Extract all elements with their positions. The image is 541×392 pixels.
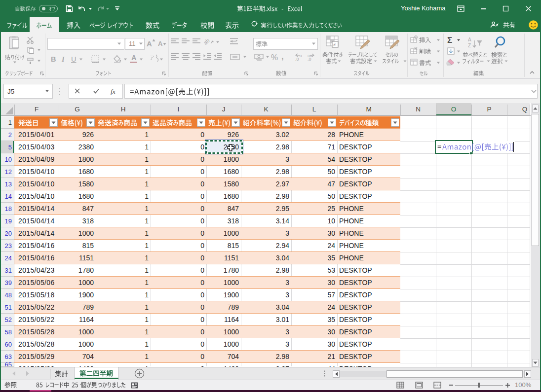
svg-text:ab: ab: [204, 37, 211, 45]
svg-text:.0: .0: [308, 57, 311, 61]
svg-text:0: 0: [300, 54, 302, 58]
svg-text:≠: ≠: [333, 42, 336, 47]
svg-text:Z: Z: [468, 43, 471, 48]
svg-text:A: A: [468, 37, 471, 42]
svg-text:.0: .0: [295, 57, 299, 61]
